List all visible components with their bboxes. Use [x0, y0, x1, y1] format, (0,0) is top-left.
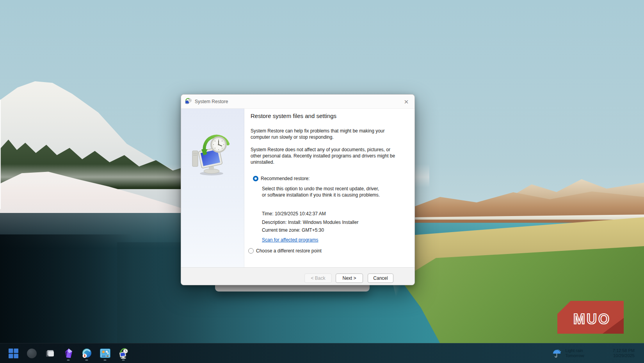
obsidian-gem-icon [64, 348, 73, 358]
system-properties-icon [100, 349, 110, 358]
windows-start-icon [9, 349, 18, 358]
back-button[interactable]: < Back [304, 274, 332, 283]
wallpaper-dark-reflection [0, 234, 133, 345]
scan-affected-programs-link[interactable]: Scan for affected programs [262, 237, 318, 243]
different-restore-point-radio[interactable]: Choose a different restore point [248, 248, 322, 254]
recommended-restore-radio[interactable]: Recommended restore: [253, 176, 310, 181]
radio-unselected-icon[interactable] [248, 248, 254, 254]
weather-widget[interactable]: Light rain Tomorrow [549, 347, 587, 360]
search-icon [27, 349, 37, 358]
next-button[interactable]: Next > [336, 274, 363, 283]
recommended-restore-label: Recommended restore: [261, 176, 310, 181]
system-restore-dialog: System Restore ✕ [181, 94, 415, 285]
desktop: MUO System Restore ✕ [0, 0, 644, 363]
restore-point-description: Description: Install: Windows Modules In… [262, 220, 358, 225]
clock-date: 10/29/2025 [613, 353, 635, 358]
obsidian-button[interactable] [60, 345, 76, 361]
cancel-button[interactable]: Cancel [368, 274, 393, 283]
taskbar: Light rain Tomorrow 7:12:58 PM 10/29/202… [0, 343, 644, 363]
info-paragraph: System Restore does not affect any of yo… [251, 147, 399, 165]
page-title: Restore system files and settings [251, 113, 336, 119]
taskbar-clock[interactable]: 7:12:58 PM 10/29/2025 [609, 347, 639, 360]
dialog-footer: < Back Next > Cancel [181, 267, 415, 285]
system-restore-taskbar-icon [118, 348, 129, 359]
search-button[interactable] [24, 345, 39, 361]
weather-text: Light rain Tomorrow [565, 348, 584, 358]
edge-icon [82, 348, 92, 359]
file-explorer-icon [45, 348, 55, 358]
taskbar-app-icons [5, 343, 131, 363]
weather-condition: Light rain [565, 348, 583, 353]
different-restore-point-label: Choose a different restore point [256, 248, 322, 254]
file-explorer-button[interactable] [42, 345, 58, 361]
umbrella-rain-icon [552, 348, 562, 358]
restore-point-time: Time: 10/29/2025 10:42:37 AM [262, 211, 326, 216]
weather-day: Tomorrow [565, 353, 584, 358]
system-properties-button[interactable] [97, 345, 113, 361]
system-restore-task-button[interactable] [116, 345, 131, 361]
intro-paragraph: System Restore can help fix problems tha… [251, 128, 399, 140]
muo-watermark-text: MUO [573, 311, 611, 327]
recommended-restore-description: Select this option to undo the most rece… [262, 186, 406, 198]
dialog-content: Restore system files and settings System… [181, 95, 415, 285]
start-button[interactable] [5, 345, 21, 361]
radio-selected-icon[interactable] [253, 176, 258, 181]
edge-browser-button[interactable] [79, 345, 94, 361]
wallpaper-edge-line [0, 100, 1, 209]
restore-point-timezone: Current time zone: GMT+5:30 [262, 227, 324, 233]
clock-time: 7:12:58 PM [613, 348, 635, 353]
system-tray: Light rain Tomorrow 7:12:58 PM 10/29/202… [549, 343, 644, 363]
muo-watermark-logo: MUO [557, 301, 624, 334]
